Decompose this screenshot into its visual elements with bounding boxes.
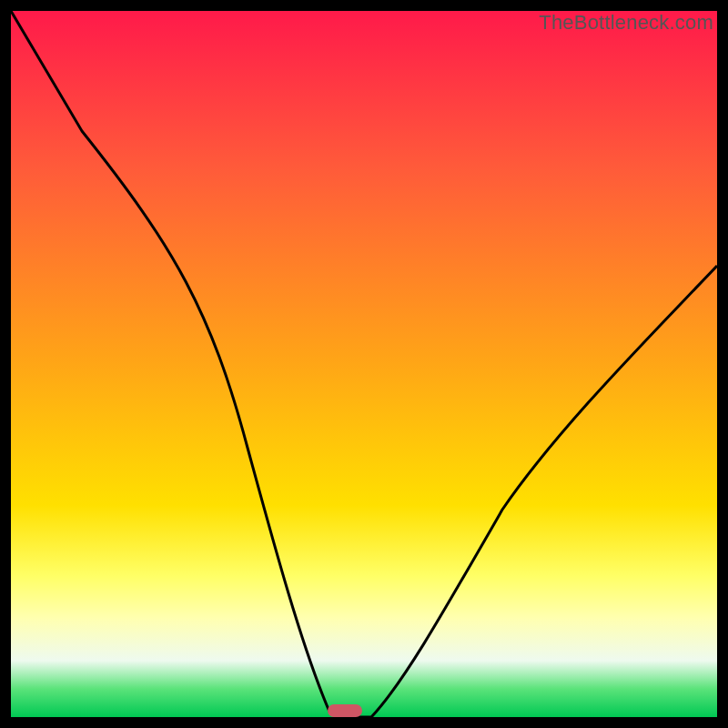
chart-plot-area: TheBottleneck.com — [11, 11, 717, 717]
chart-frame: TheBottleneck.com — [0, 0, 728, 728]
curve-path — [11, 11, 717, 717]
bottleneck-curve — [11, 11, 717, 717]
min-marker — [328, 704, 362, 717]
